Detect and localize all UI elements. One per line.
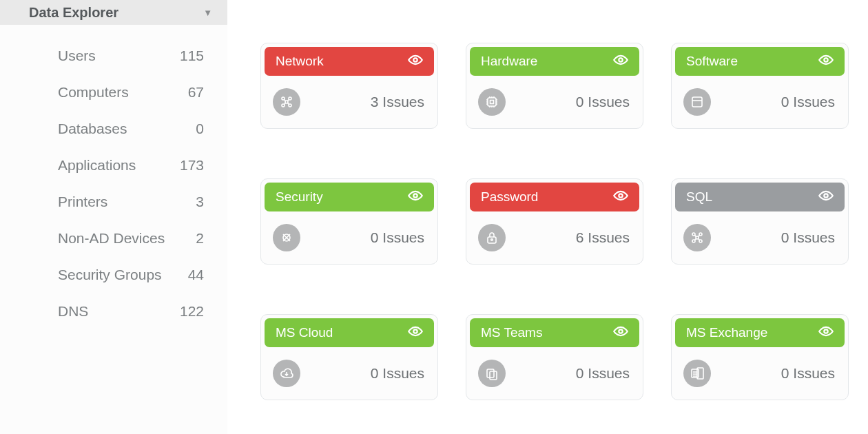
sidebar-item-applications[interactable]: Applications 173 [58,147,204,183]
card-header[interactable]: MS Exchange [675,318,845,347]
card-issues: 6 Issues [576,229,630,246]
card-title: Network [276,54,324,69]
chip-icon [478,88,506,116]
sidebar-item-label: Databases [58,121,127,137]
card-title: MS Cloud [276,325,333,340]
card-title: Security [276,189,323,205]
card-issues: 0 Issues [781,229,835,246]
card-password[interactable]: Password 6 Issues [466,178,643,265]
card-body: 0 Issues [265,211,434,256]
eye-icon[interactable] [408,52,423,71]
cards-grid: Network 3 Issues Hardware 0 Issues Softw… [260,43,849,400]
card-title: SQL [686,189,712,205]
eye-icon[interactable] [818,52,834,71]
card-header[interactable]: Hardware [470,47,639,76]
card-header[interactable]: Security [265,183,434,211]
eye-icon[interactable] [613,52,628,71]
card-body: 0 Issues [675,211,845,256]
cloud-icon [273,360,300,387]
card-issues: 0 Issues [781,94,835,110]
sidebar-header[interactable]: Data Explorer ▼ [0,0,227,25]
network-icon [683,224,711,251]
eye-icon[interactable] [408,188,423,207]
sidebar-item-label: Applications [58,157,136,174]
sidebar-item-users[interactable]: Users 115 [58,37,204,74]
sidebar-item-label: Non-AD Devices [58,230,165,247]
card-title: Hardware [481,54,537,69]
card-body: 3 Issues [265,76,434,120]
card-header[interactable]: Password [470,183,639,211]
eye-icon[interactable] [818,324,834,342]
card-header[interactable]: SQL [675,183,845,211]
card-body: 6 Issues [470,211,639,256]
card-header[interactable]: Software [675,47,845,76]
card-header[interactable]: Network [265,47,434,76]
sidebar-item-dns[interactable]: DNS 122 [58,293,204,329]
card-security[interactable]: Security 0 Issues [260,178,438,265]
card-ms-teams[interactable]: MS Teams 0 Issues [466,314,643,400]
card-header[interactable]: MS Cloud [265,318,434,347]
card-issues: 0 Issues [781,365,835,382]
window-icon [683,88,711,116]
card-title: MS Exchange [686,325,767,340]
eye-icon[interactable] [818,188,834,207]
eye-icon[interactable] [613,324,628,342]
sidebar-item-label: DNS [58,303,88,320]
eye-icon[interactable] [408,324,423,342]
sidebar-item-count: 67 [188,84,204,101]
sidebar-item-label: Security Groups [58,267,162,283]
card-issues: 0 Issues [576,94,630,110]
sidebar-item-count: 44 [188,267,204,283]
card-software[interactable]: Software 0 Issues [671,43,849,129]
lock-icon [478,224,506,251]
sidebar-title: Data Explorer [29,5,118,21]
sidebar-item-count: 3 [196,194,204,210]
sidebar: Data Explorer ▼ Users 115 Computers 67 D… [0,0,227,434]
teams-icon [478,360,506,387]
sidebar-item-printers[interactable]: Printers 3 [58,183,204,220]
sidebar-item-label: Printers [58,194,107,210]
card-header[interactable]: MS Teams [470,318,639,347]
card-title: Software [686,54,738,69]
card-body: 0 Issues [265,347,434,391]
main-content: Network 3 Issues Hardware 0 Issues Softw… [227,0,868,434]
card-issues: 3 Issues [371,94,424,110]
chevron-down-icon: ▼ [203,8,212,18]
eye-icon[interactable] [613,188,628,207]
bug-icon [273,224,300,251]
card-network[interactable]: Network 3 Issues [260,43,438,129]
sidebar-item-databases[interactable]: Databases 0 [58,110,204,147]
card-sql[interactable]: SQL 0 Issues [671,178,849,265]
sidebar-item-count: 173 [180,157,204,174]
card-ms-cloud[interactable]: MS Cloud 0 Issues [260,314,438,400]
exchange-icon [683,360,711,387]
sidebar-item-non-ad-devices[interactable]: Non-AD Devices 2 [58,220,204,256]
card-hardware[interactable]: Hardware 0 Issues [466,43,643,129]
card-issues: 0 Issues [576,365,630,382]
card-body: 0 Issues [470,347,639,391]
card-body: 0 Issues [675,347,845,391]
sidebar-item-count: 0 [196,121,204,137]
sidebar-item-count: 115 [180,48,204,64]
card-ms-exchange[interactable]: MS Exchange 0 Issues [671,314,849,400]
sidebar-item-security-groups[interactable]: Security Groups 44 [58,256,204,293]
sidebar-item-label: Users [58,48,96,64]
sidebar-item-count: 2 [196,230,204,247]
sidebar-item-label: Computers [58,84,129,101]
sidebar-list: Users 115 Computers 67 Databases 0 Appli… [0,25,227,329]
card-title: MS Teams [481,325,542,340]
network-icon [273,88,300,116]
card-body: 0 Issues [675,76,845,120]
card-body: 0 Issues [470,76,639,120]
card-title: Password [481,189,538,205]
sidebar-item-computers[interactable]: Computers 67 [58,74,204,110]
card-issues: 0 Issues [371,365,424,382]
card-issues: 0 Issues [371,229,424,246]
sidebar-item-count: 122 [180,303,204,320]
